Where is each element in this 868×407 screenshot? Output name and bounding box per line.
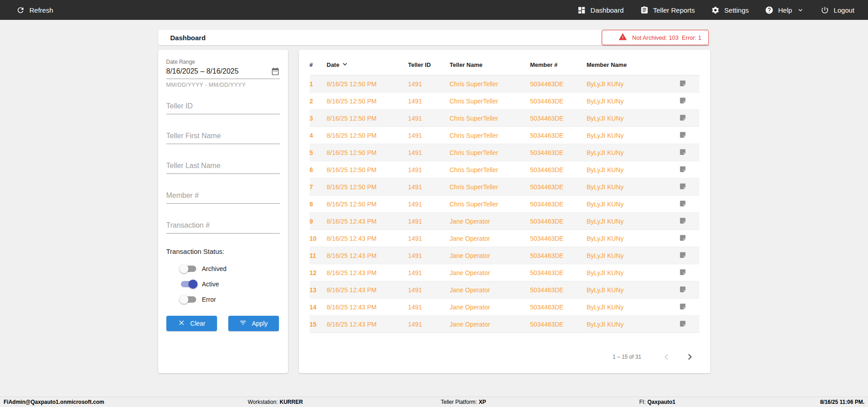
note-icon[interactable] xyxy=(679,285,687,293)
row-member-name: ByLyJI KUNy xyxy=(587,75,673,93)
next-page-button[interactable] xyxy=(684,351,696,363)
row-teller-name: Chris SuperTeller xyxy=(450,110,530,127)
table-row[interactable]: 118/16/25 12:43 PM1491Jane Operator50344… xyxy=(310,247,699,264)
nav-help-label: Help xyxy=(778,6,792,14)
row-teller-name: Chris SuperTeller xyxy=(450,196,530,213)
table-row[interactable]: 68/16/25 12:50 PM1491Chris SuperTeller50… xyxy=(310,161,699,178)
table-header-row: # Date Teller ID Teller Name Member # Me… xyxy=(310,57,699,75)
row-date: 8/16/25 12:43 PM xyxy=(327,264,408,281)
note-icon[interactable] xyxy=(679,234,687,242)
refresh-button[interactable]: Refresh xyxy=(16,6,53,14)
row-teller-id: 1491 xyxy=(408,196,450,213)
clipboard-icon xyxy=(640,6,649,14)
teller-first-name-input[interactable] xyxy=(166,132,280,144)
row-teller-name: Jane Operator xyxy=(450,281,530,299)
refresh-icon xyxy=(16,6,25,14)
table-row[interactable]: 48/16/25 12:50 PM1491Chris SuperTeller50… xyxy=(310,127,699,144)
row-teller-name: Jane Operator xyxy=(450,299,530,316)
active-switch[interactable] xyxy=(181,281,196,287)
note-icon[interactable] xyxy=(679,148,687,156)
row-member-number: 5034463DE xyxy=(530,127,587,144)
calendar-icon[interactable] xyxy=(271,67,280,76)
nav-logout[interactable]: Logout xyxy=(821,6,854,14)
column-header-teller-id[interactable]: Teller ID xyxy=(408,57,450,75)
note-icon[interactable] xyxy=(679,268,687,276)
note-icon[interactable] xyxy=(679,251,687,259)
toggle-archived[interactable]: Archived xyxy=(181,264,280,273)
row-member-number: 5034463DE xyxy=(530,110,587,127)
row-date: 8/16/25 12:43 PM xyxy=(327,247,408,264)
chevron-down-icon xyxy=(797,6,804,14)
toggle-error[interactable]: Error xyxy=(181,295,280,304)
row-member-number: 5034463DE xyxy=(530,247,587,264)
note-icon[interactable] xyxy=(679,80,687,87)
table-row[interactable]: 78/16/25 12:50 PM1491Chris SuperTeller50… xyxy=(310,178,699,196)
toggle-error-label: Error xyxy=(202,296,216,303)
note-icon[interactable] xyxy=(679,165,687,173)
error-switch[interactable] xyxy=(181,296,196,303)
column-header-member-name[interactable]: Member Name xyxy=(587,57,673,75)
nav-settings[interactable]: Settings xyxy=(711,6,749,14)
note-icon[interactable] xyxy=(679,97,687,104)
date-range-input[interactable]: 8/16/2025 – 8/16/2025 xyxy=(166,67,280,79)
table-row[interactable]: 158/16/25 12:43 PM1491Jane Operator50344… xyxy=(310,316,699,333)
archived-switch[interactable] xyxy=(181,266,196,272)
apply-button[interactable]: Apply xyxy=(228,316,279,331)
row-member-number: 5034463DE xyxy=(530,299,587,316)
row-member-name: ByLyJI KUNy xyxy=(587,93,673,110)
nav-help[interactable]: Help xyxy=(765,6,804,14)
table-row[interactable]: 148/16/25 12:43 PM1491Jane Operator50344… xyxy=(310,299,699,316)
table-row[interactable]: 58/16/25 12:50 PM1491Chris SuperTeller50… xyxy=(310,144,699,161)
help-icon xyxy=(765,6,774,14)
table-row[interactable]: 128/16/25 12:43 PM1491Jane Operator50344… xyxy=(310,264,699,281)
row-teller-id: 1491 xyxy=(408,110,450,127)
status-fi: FI: Qaxpauto1 xyxy=(639,399,675,405)
transactions-table: # Date Teller ID Teller Name Member # Me… xyxy=(310,57,699,333)
row-teller-id: 1491 xyxy=(408,230,450,247)
row-number: 7 xyxy=(310,178,327,196)
sort-descending-icon xyxy=(341,60,349,70)
column-header-date[interactable]: Date xyxy=(327,57,408,75)
nav-teller-reports[interactable]: Teller Reports xyxy=(640,6,695,14)
not-archived-alert[interactable]: Not Archived: 103 Error: 1 xyxy=(602,30,709,45)
table-row[interactable]: 138/16/25 12:43 PM1491Jane Operator50344… xyxy=(310,281,699,299)
note-icon[interactable] xyxy=(679,303,687,310)
date-format-hint: MM/DD/YYYY - MM/DD/YYYY xyxy=(166,82,280,88)
row-date: 8/16/25 12:50 PM xyxy=(327,144,408,161)
note-icon[interactable] xyxy=(679,131,687,139)
note-icon[interactable] xyxy=(679,114,687,122)
previous-page-button[interactable] xyxy=(660,351,672,363)
date-range-label: Date Range xyxy=(166,59,280,65)
table-row[interactable]: 38/16/25 12:50 PM1491Chris SuperTeller50… xyxy=(310,110,699,127)
toggle-active[interactable]: Active xyxy=(181,280,280,289)
table-row[interactable]: 18/16/25 12:50 PM1491Chris SuperTeller50… xyxy=(310,75,699,93)
teller-id-input[interactable] xyxy=(166,102,280,114)
nav-dashboard[interactable]: Dashboard xyxy=(577,6,623,14)
row-member-name: ByLyJI KUNy xyxy=(587,144,673,161)
transaction-status-label: Transaction Status: xyxy=(166,248,280,255)
column-header-teller-name[interactable]: Teller Name xyxy=(450,57,530,75)
note-icon[interactable] xyxy=(679,217,687,225)
row-member-number: 5034463DE xyxy=(530,178,587,196)
row-date: 8/16/25 12:50 PM xyxy=(327,178,408,196)
teller-last-name-input[interactable] xyxy=(166,162,280,174)
row-teller-name: Jane Operator xyxy=(450,213,530,230)
table-row[interactable]: 108/16/25 12:43 PM1491Jane Operator50344… xyxy=(310,230,699,247)
member-number-input[interactable] xyxy=(166,192,280,204)
row-date: 8/16/25 12:50 PM xyxy=(327,161,408,178)
row-number: 15 xyxy=(310,316,327,333)
row-number: 10 xyxy=(310,230,327,247)
note-icon[interactable] xyxy=(679,320,687,327)
column-header-member-number[interactable]: Member # xyxy=(530,57,587,75)
note-icon[interactable] xyxy=(679,200,687,207)
column-header-number[interactable]: # xyxy=(310,57,327,75)
note-icon[interactable] xyxy=(679,182,687,190)
status-teller-platform: Teller Platform: XP xyxy=(441,399,486,405)
row-date: 8/16/25 12:50 PM xyxy=(327,93,408,110)
table-row[interactable]: 88/16/25 12:50 PM1491Chris SuperTeller50… xyxy=(310,196,699,213)
clear-button[interactable]: Clear xyxy=(166,316,217,331)
row-member-name: ByLyJI KUNy xyxy=(587,299,673,316)
table-row[interactable]: 98/16/25 12:43 PM1491Jane Operator503446… xyxy=(310,213,699,230)
table-row[interactable]: 28/16/25 12:50 PM1491Chris SuperTeller50… xyxy=(310,93,699,110)
transaction-number-input[interactable] xyxy=(166,221,280,234)
